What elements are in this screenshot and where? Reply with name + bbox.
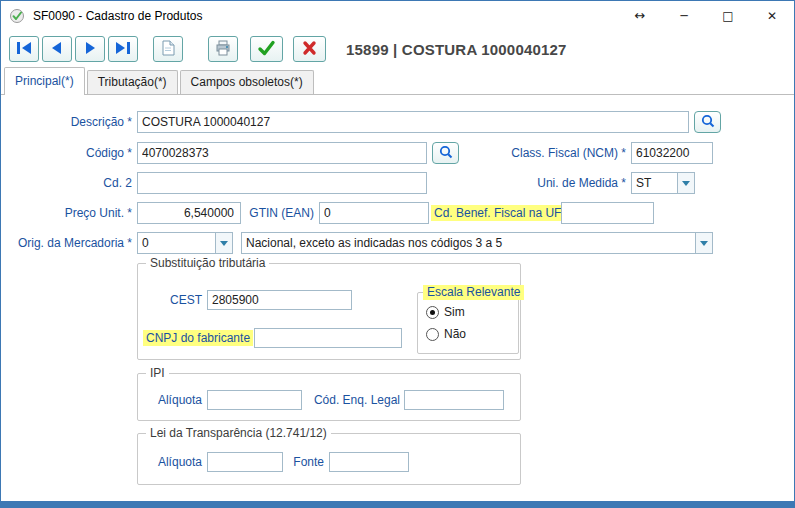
cnpj-fabricante-input[interactable]: [254, 328, 402, 348]
last-record-icon: [114, 41, 132, 58]
close-button[interactable]: ✕: [750, 1, 794, 31]
tab-bar: Principal(*) Tributação(*) Campos obsole…: [4, 67, 316, 94]
window-controls: ↔ ─ □ ✕: [618, 1, 794, 31]
group-ipi: IPI Alíquota Cód. Enq. Legal: [137, 373, 521, 421]
codigo-input[interactable]: [137, 142, 427, 164]
group-lei-transparencia: Lei da Transparência (12.741/12) Alíquot…: [137, 433, 521, 485]
escala-relevante-legend: Escala Relevante: [423, 285, 524, 300]
magnifier-icon: [438, 144, 454, 163]
radio-option-sim[interactable]: Sim: [426, 305, 465, 319]
magnifier-icon: [700, 113, 716, 132]
new-document-icon: [160, 40, 176, 59]
cod-enq-legal-label: Cód. Enq. Legal: [306, 390, 400, 410]
window-bottom-border: [1, 501, 794, 507]
class-fiscal-input[interactable]: [631, 142, 713, 164]
cbenef-label: Cd. Benef. Fiscal na UF: [431, 205, 564, 221]
gtin-label: GTIN (EAN): [241, 202, 314, 224]
radio-option-nao[interactable]: Não: [426, 327, 466, 341]
cd2-input[interactable]: [137, 172, 427, 194]
descricao-label: Descrição *: [1, 111, 132, 133]
radio-sim-label[interactable]: Sim: [444, 305, 465, 319]
dropdown-arrow-icon: [677, 173, 694, 193]
fonte-label: Fonte: [254, 452, 324, 472]
preco-unit-input[interactable]: [137, 202, 241, 224]
codigo-search-button[interactable]: [432, 142, 459, 164]
next-record-icon: [81, 41, 99, 58]
cest-label: CEST: [148, 290, 202, 310]
cancel-button[interactable]: [293, 36, 326, 62]
radio-nao[interactable]: [426, 328, 439, 341]
new-record-button[interactable]: [153, 36, 183, 62]
substituicao-tributaria-legend: Substituição tributária: [146, 256, 269, 271]
cnpj-fabricante-label: CNPJ do fabricante: [143, 330, 253, 346]
dropdown-arrow-icon: [695, 233, 712, 253]
radio-sim[interactable]: [426, 306, 439, 319]
group-escala-relevante: Escala Relevante Sim Não: [417, 292, 519, 354]
fonte-input[interactable]: [329, 452, 409, 472]
minimize-button[interactable]: ─: [662, 1, 706, 31]
window-title: SF0090 - Cadastro de Produtos: [33, 9, 202, 23]
descricao-input[interactable]: [137, 111, 689, 133]
origem-label: Orig. da Mercadoria *: [1, 232, 132, 254]
cbenef-input[interactable]: [561, 202, 654, 224]
tab-campos-obsoletos[interactable]: Campos obsoletos(*): [180, 70, 314, 94]
check-icon: [257, 40, 276, 59]
gtin-input[interactable]: [319, 202, 429, 224]
last-record-button[interactable]: [108, 36, 138, 62]
previous-record-button[interactable]: [42, 36, 72, 62]
origem-code-value: 0: [138, 233, 215, 253]
origem-description-value: Nacional, exceto as indicadas nos código…: [242, 233, 695, 253]
tab-tributacao[interactable]: Tributação(*): [87, 70, 178, 94]
dropdown-arrow-icon: [215, 233, 232, 253]
title-bar: SF0090 - Cadastro de Produtos ↔ ─ □ ✕: [1, 1, 794, 31]
radio-nao-label[interactable]: Não: [444, 327, 466, 341]
tab-principal[interactable]: Principal(*): [4, 67, 85, 95]
toolbar: 15899 | COSTURA 1000040127: [1, 31, 794, 68]
unidade-medida-label: Uni. de Medida *: [471, 172, 626, 194]
cd2-label: Cd. 2: [1, 172, 132, 194]
unidade-medida-combo[interactable]: ST: [631, 172, 695, 194]
ipi-aliquota-label: Alíquota: [148, 390, 202, 410]
lei-aliquota-label: Alíquota: [148, 452, 202, 472]
codigo-label: Código *: [1, 142, 132, 164]
unidade-medida-value: ST: [632, 173, 677, 193]
app-window: SF0090 - Cadastro de Produtos ↔ ─ □ ✕: [0, 0, 795, 508]
first-record-icon: [15, 41, 33, 58]
printer-icon: [215, 40, 231, 59]
maximize-button[interactable]: □: [706, 1, 750, 31]
lei-transparencia-legend: Lei da Transparência (12.741/12): [146, 426, 331, 441]
origem-code-combo[interactable]: 0: [137, 232, 233, 254]
x-icon: [301, 40, 318, 59]
record-header: 15899 | COSTURA 1000040127: [346, 31, 567, 68]
previous-record-icon: [48, 41, 66, 58]
class-fiscal-label: Class. Fiscal (NCM) *: [471, 142, 626, 164]
tab-divider: [1, 94, 795, 95]
app-icon: [9, 8, 25, 24]
confirm-button[interactable]: [250, 36, 283, 62]
next-record-button[interactable]: [75, 36, 105, 62]
cod-enq-legal-input[interactable]: [404, 390, 504, 410]
cest-input[interactable]: [207, 290, 352, 310]
first-record-button[interactable]: [9, 36, 39, 62]
descricao-search-button[interactable]: [694, 111, 721, 133]
resize-arrows-icon[interactable]: ↔: [618, 1, 662, 31]
ipi-aliquota-input[interactable]: [207, 390, 302, 410]
print-button[interactable]: [208, 36, 238, 62]
ipi-legend: IPI: [146, 366, 169, 381]
preco-unit-label: Preço Unit. *: [1, 202, 132, 224]
origem-description-combo[interactable]: Nacional, exceto as indicadas nos código…: [241, 232, 713, 254]
group-substituicao-tributaria: Substituição tributária CEST CNPJ do fab…: [137, 263, 521, 360]
